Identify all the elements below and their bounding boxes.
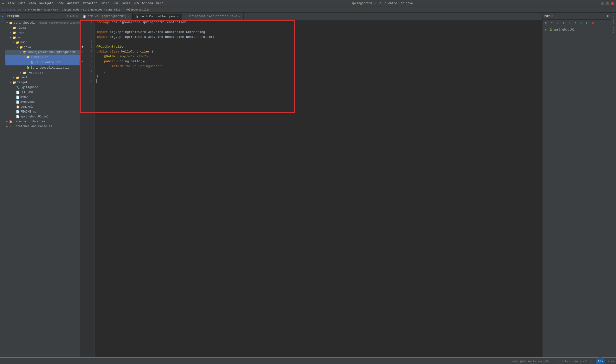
menu-analyze[interactable]: Analyze (67, 2, 79, 5)
project-icon[interactable]: P (0, 14, 5, 19)
tree-item-hello-controller[interactable]: 🍃 HelloController (5, 60, 80, 65)
tree-arrow-scratches[interactable]: ▶ (5, 125, 9, 128)
tree-arrow-java[interactable]: ▼ (16, 46, 19, 49)
tree-item-java[interactable]: ▼ 📁 java (5, 45, 80, 50)
structure-icon[interactable]: ≡ (0, 19, 5, 24)
tree-item-mvn[interactable]: ▶ 📁 .mvn (5, 30, 80, 35)
tree-arrow-src[interactable]: ▼ (9, 36, 12, 39)
breadcrumb-part-hellocontroller[interactable]: HelloController (126, 8, 150, 11)
tree-item-pomxml[interactable]: 📋 pom.xml (5, 104, 80, 109)
tree-item-resources[interactable]: ▶ 📁 resources (5, 70, 80, 75)
maven-download-btn[interactable]: ↓ (555, 21, 560, 26)
tree-arrow-idea[interactable]: ▶ (9, 26, 12, 29)
tree-item-target[interactable]: ▶ 📁 target (5, 80, 80, 85)
panel-close-icon[interactable]: ✕ (76, 14, 78, 18)
close-button[interactable]: ✕ (611, 2, 614, 5)
menu-run[interactable]: Run (113, 2, 118, 5)
menu-navigate[interactable]: Navigate (39, 2, 53, 5)
tree-item-readme[interactable]: 📄 README.md (5, 109, 80, 114)
tree-item-mvnwcmd[interactable]: 📄 mvnw.cmd (5, 100, 80, 104)
tree-item-controller[interactable]: ▼ 📁 controller (5, 55, 80, 60)
tree-item-src[interactable]: ▼ 📁 src (5, 35, 80, 40)
maven-settings-icon[interactable]: ⚙ (607, 14, 609, 18)
breadcrumb: springboot01 › src › main › java › com ›… (0, 7, 616, 13)
breadcrumb-part-springboot01[interactable]: springboot01 (83, 8, 102, 11)
tree-item-package[interactable]: ▼ 📦 com.bjpowernode.springboot01 (5, 50, 80, 55)
tree-arrow-springboot01[interactable]: ▼ (5, 22, 9, 25)
tab-pom[interactable]: 📋 pom.xml (springboot01) ✕ (80, 13, 133, 20)
minimize-button[interactable]: — (601, 2, 604, 5)
maven-spring-icon: 🍃 (549, 28, 552, 31)
tree-item-helpmd[interactable]: 📄 HELP.md (5, 90, 80, 95)
maven-skip-btn[interactable]: ⇥ (567, 21, 572, 26)
tree-arrow-package[interactable]: ▼ (19, 51, 23, 54)
menu-tools[interactable]: Tools (121, 2, 130, 5)
gutter-6[interactable]: 🍃 (80, 44, 85, 49)
gutter-icons: 🍃 ▶ ▶ (80, 20, 85, 357)
tree-item-mvnw[interactable]: 📄 mvnw (5, 95, 80, 100)
maven-run-btn[interactable]: m (561, 21, 566, 26)
maven-item-springboot01[interactable]: ▶ 🍃 springboot01 (542, 27, 611, 32)
menu-file[interactable]: File (8, 2, 15, 5)
menu-build[interactable]: Build (100, 2, 109, 5)
tree-item-test[interactable]: ▶ 📁 test (5, 75, 80, 80)
scope-icon[interactable]: ⊕ (67, 14, 69, 18)
tree-arrow-mvn[interactable]: ▶ (9, 31, 12, 34)
tree-item-extlibs[interactable]: ▶ 📚 External Libraries (5, 119, 80, 124)
menu-view[interactable]: View (29, 2, 36, 5)
gutter-7[interactable]: ▶ (80, 49, 85, 54)
menu-refactor[interactable]: Refactor (83, 2, 97, 5)
tab-pom-close[interactable]: ✕ (128, 15, 130, 18)
tree-arrow-resources[interactable]: ▶ (19, 71, 23, 74)
tree-item-gitignore[interactable]: 🔧 .gitignore (5, 85, 80, 90)
maven-springboot-arrow[interactable]: ▶ (544, 28, 548, 31)
breadcrumb-part-project[interactable]: springboot01 (2, 8, 21, 11)
tree-item-springboot-app[interactable]: 🍃 Springboot01Application (5, 65, 80, 70)
menu-help[interactable]: Help (156, 2, 163, 5)
project-panel-header: Project ⊕ ⇊ ⚙ ✕ (5, 13, 80, 20)
tab-hello-close[interactable]: ✕ (177, 15, 179, 18)
maven-play-btn[interactable]: ▶ (585, 21, 589, 26)
breadcrumb-part-java[interactable]: java (43, 8, 50, 11)
menu-code[interactable]: Code (57, 2, 64, 5)
tree-arrow-extlibs[interactable]: ▶ (5, 120, 9, 123)
tree-arrow-controller[interactable]: ▼ (23, 56, 26, 59)
menu-window[interactable]: Window (142, 2, 153, 5)
menu-edit[interactable]: Edit (18, 2, 26, 5)
menu-vcs[interactable]: VCS (134, 2, 139, 5)
tree-arrow-test[interactable]: ▶ (12, 76, 16, 79)
structure-strip-icon[interactable]: Structure (611, 14, 616, 19)
package-icon: 📦 (23, 50, 26, 54)
tree-item-springboot01[interactable]: ▼ 📁 springboot01 H:\power_node\Projects\… (5, 21, 80, 26)
project-panel-icons[interactable]: ⊕ ⇊ ⚙ ✕ (67, 14, 78, 18)
collapse-all-icon[interactable]: ⇊ (70, 14, 72, 18)
breadcrumb-part-bjpowernode[interactable]: bjpowernode (62, 8, 80, 11)
tree-arrow-main[interactable]: ▼ (12, 41, 16, 44)
maven-stop-btn[interactable]: ◼ (590, 21, 595, 26)
tree-item-scratches[interactable]: ▶ ✏️ Scratches and Consoles (5, 124, 80, 129)
tree-item-iml[interactable]: 📄 springboot01.iml (5, 114, 80, 119)
tree-item-idea[interactable]: ▶ 📁 .idea (5, 26, 80, 30)
menu-bar[interactable]: File Edit View Navigate Code Analyze Ref… (8, 2, 163, 5)
code-editor[interactable]: 🍃 ▶ ▶ 1 2 3 4 5 6 7 8 9 10 1 (80, 20, 542, 357)
maven-refresh-btn[interactable]: ↻ (543, 21, 548, 26)
maven-list-btn[interactable]: ≡ (579, 21, 584, 26)
tab-springbootapp-close[interactable]: ✕ (239, 15, 240, 18)
tab-hello[interactable]: 🍃 HelloController.java ✕ (133, 13, 182, 20)
mvn-folder-icon: 📁 (12, 31, 16, 35)
breadcrumb-part-com[interactable]: com (53, 8, 58, 11)
panel-settings-icon[interactable]: ⚙ (73, 14, 75, 18)
gutter-9[interactable]: ▶ (80, 59, 85, 64)
maven-toggle-btn[interactable]: ● (573, 21, 578, 26)
breadcrumb-part-main[interactable]: main (33, 8, 39, 11)
maximize-button[interactable]: □ (606, 2, 609, 5)
breadcrumb-part-src[interactable]: src (25, 8, 30, 11)
tab-springbootapp[interactable]: ☕ Springboot01Application.java ✕ (182, 13, 244, 20)
maven-add-btn[interactable]: + (549, 21, 554, 26)
code-content[interactable]: package com.bjpowernode.springboot01.con… (94, 20, 542, 357)
ln-8: 8 (85, 54, 92, 59)
tree-arrow-target[interactable]: ▶ (9, 81, 12, 84)
breadcrumb-part-controller[interactable]: controller (106, 8, 122, 11)
tree-item-main[interactable]: ▼ 📁 main (5, 40, 80, 45)
favorites-strip-icon[interactable]: Favorites (611, 24, 616, 29)
